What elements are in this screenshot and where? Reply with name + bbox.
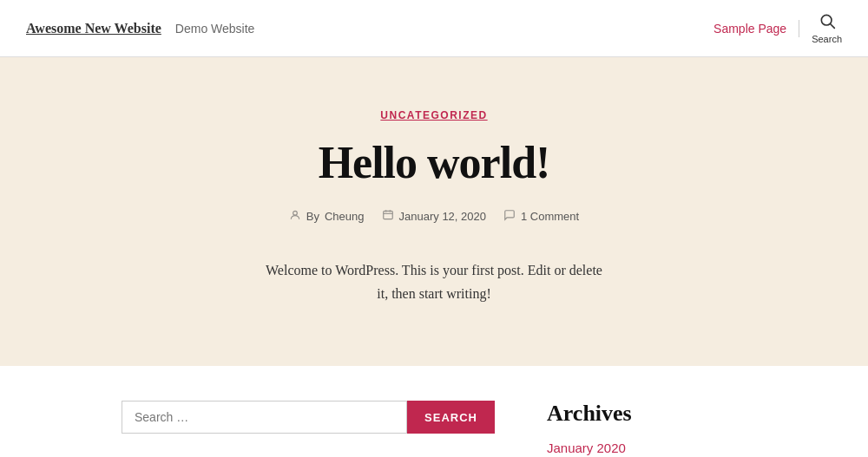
author-icon	[289, 209, 301, 224]
post-author-meta: By Cheung	[289, 209, 365, 224]
site-header: Awesome New Website Demo Website Sample …	[0, 0, 868, 57]
post-title: Hello world!	[26, 137, 842, 188]
search-icon-label: Search	[812, 34, 842, 44]
post-comments[interactable]: 1 Comment	[521, 210, 579, 223]
main-content: SEARCH Recent Posts Hello world! Archive…	[0, 366, 868, 457]
hero-section: UNCATEGORIZED Hello world! By Cheung	[0, 57, 868, 366]
post-date[interactable]: January 12, 2020	[399, 210, 486, 223]
archives-title: Archives	[547, 401, 746, 427]
post-meta: By Cheung January 12, 2020 1 Comment	[26, 209, 842, 224]
search-button[interactable]: SEARCH	[407, 401, 495, 434]
search-icon	[819, 12, 836, 32]
comment-icon	[503, 209, 516, 224]
sample-page-link[interactable]: Sample Page	[713, 22, 786, 36]
svg-line-1	[830, 24, 834, 29]
header-right: Sample Page Search	[713, 12, 842, 44]
category-label[interactable]: UNCATEGORIZED	[26, 109, 842, 121]
post-excerpt: Welcome to WordPress. This is your first…	[260, 258, 608, 305]
search-form: SEARCH	[122, 401, 495, 434]
sidebar-right: Archives January 2020 Categories	[547, 401, 746, 457]
post-date-meta: January 12, 2020	[382, 209, 486, 224]
header-search-button[interactable]: Search	[812, 12, 842, 44]
sidebar-left: SEARCH Recent Posts Hello world!	[122, 401, 495, 457]
header-divider	[799, 20, 799, 37]
author-prefix: By	[306, 210, 319, 223]
search-input[interactable]	[122, 401, 407, 434]
site-title[interactable]: Awesome New Website	[26, 21, 161, 36]
site-tagline: Demo Website	[175, 22, 255, 36]
post-comments-meta: 1 Comment	[503, 209, 579, 224]
author-name[interactable]: Cheung	[325, 210, 365, 223]
archive-link-0[interactable]: January 2020	[547, 441, 746, 455]
header-left: Awesome New Website Demo Website	[26, 21, 254, 36]
svg-rect-3	[383, 211, 392, 219]
svg-point-2	[293, 211, 297, 215]
calendar-icon	[382, 209, 394, 224]
